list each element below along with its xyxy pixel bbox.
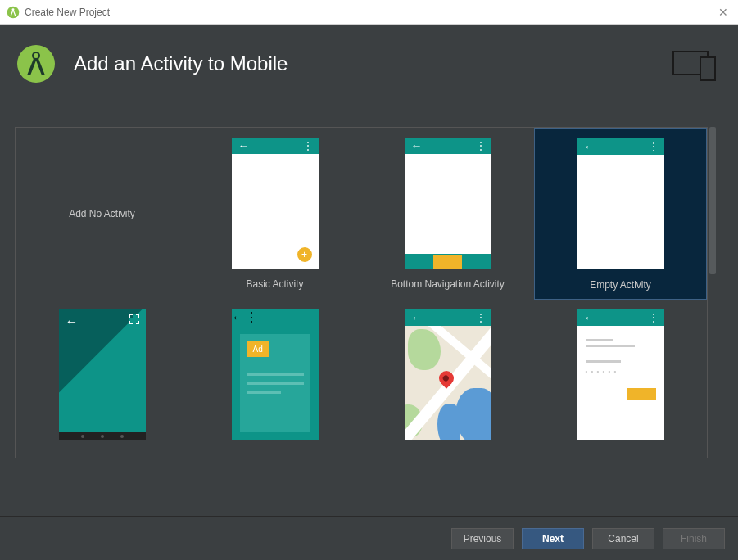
titlebar: Create New Project ✕	[0, 0, 738, 25]
back-arrow-icon: ←	[66, 314, 79, 329]
template-thumbnail: ←⋮ Ad	[232, 309, 319, 440]
template-label: Empty Activity	[590, 279, 651, 291]
scrollbar-thumb[interactable]	[709, 127, 716, 274]
template-maps-activity[interactable]: ←⋮	[361, 300, 534, 458]
wizard-header: Add an Activity to Mobile	[0, 25, 738, 102]
android-studio-icon	[7, 6, 20, 19]
window-title: Create New Project	[25, 7, 110, 18]
login-button-icon	[627, 388, 656, 400]
template-bottom-navigation[interactable]: ←⋮ Bottom Navigation Activity	[361, 128, 534, 300]
more-icon: ⋮	[303, 140, 312, 151]
template-label: Basic Activity	[246, 278, 303, 290]
back-arrow-icon: ←	[232, 310, 245, 324]
template-thumbnail: ←⋮ +	[232, 138, 319, 269]
device-icon	[672, 51, 718, 82]
template-thumbnail: ←⋮	[405, 309, 491, 440]
template-thumbnail: ←⋮	[577, 138, 664, 269]
previous-button[interactable]: Previous	[451, 528, 514, 549]
more-icon: ⋮	[476, 140, 485, 151]
template-admob-activity[interactable]: ←⋮ Ad	[188, 300, 361, 458]
close-icon[interactable]: ✕	[718, 6, 728, 19]
svg-point-1	[12, 8, 15, 11]
cancel-button[interactable]: Cancel	[592, 528, 654, 549]
template-gallery: Add No Activity ←⋮ + Basic Activity ←⋮ B…	[16, 128, 707, 458]
template-login-activity[interactable]: ←⋮ • • • • • •	[534, 300, 707, 458]
finish-button: Finish	[663, 528, 725, 549]
ad-badge: Ad	[247, 341, 269, 357]
template-add-no-activity[interactable]: Add No Activity	[16, 128, 188, 300]
fab-icon: +	[297, 247, 312, 262]
gallery-scrollbar[interactable]	[708, 127, 718, 458]
back-arrow-icon: ←	[584, 311, 595, 324]
back-arrow-icon: ←	[411, 311, 423, 324]
svg-point-4	[34, 53, 38, 58]
template-fullscreen-activity[interactable]: ←	[16, 300, 188, 458]
main-content: Add No Activity ←⋮ + Basic Activity ←⋮ B…	[0, 102, 738, 516]
back-arrow-icon: ←	[411, 139, 423, 152]
back-arrow-icon: ←	[238, 139, 250, 152]
more-icon: ⋮	[649, 312, 658, 323]
back-arrow-icon: ←	[584, 140, 595, 153]
svg-point-0	[7, 6, 20, 18]
template-basic-activity[interactable]: ←⋮ + Basic Activity	[188, 128, 361, 300]
template-label: Bottom Navigation Activity	[391, 278, 505, 290]
next-button[interactable]: Next	[522, 528, 584, 549]
template-thumbnail: ←	[59, 309, 146, 440]
fullscreen-icon	[129, 314, 139, 324]
template-gallery-frame: Add No Activity ←⋮ + Basic Activity ←⋮ B…	[15, 127, 708, 458]
more-icon: ⋮	[476, 312, 485, 323]
template-thumbnail: ←⋮ • • • • • •	[577, 309, 664, 440]
template-thumbnail: ←⋮	[405, 138, 491, 269]
page-title: Add an Activity to Mobile	[74, 52, 288, 75]
svg-point-2	[17, 45, 55, 83]
template-label: Add No Activity	[69, 208, 135, 219]
android-studio-logo-icon	[16, 44, 56, 84]
more-icon: ⋮	[649, 141, 658, 152]
more-icon: ⋮	[245, 310, 258, 324]
wizard-footer: Previous Next Cancel Finish	[0, 516, 738, 560]
svg-rect-6	[700, 57, 715, 80]
template-empty-activity[interactable]: ←⋮ Empty Activity	[534, 128, 707, 300]
